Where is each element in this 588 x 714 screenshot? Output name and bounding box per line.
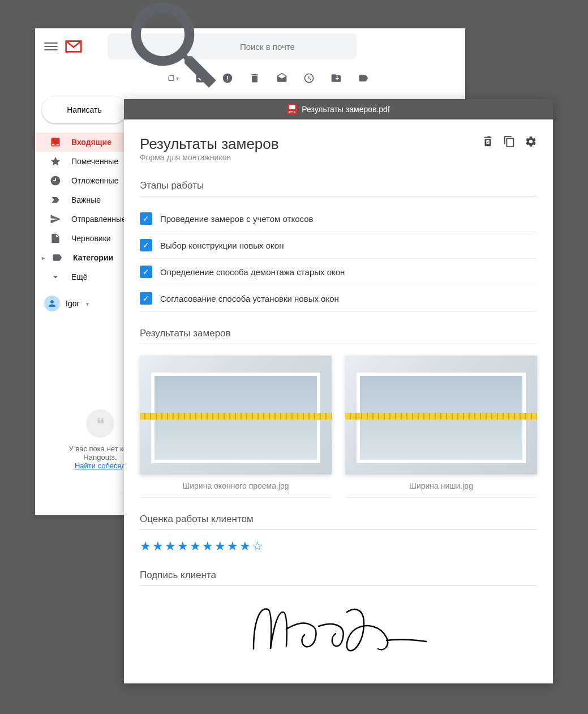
stage-text: Определение способа демонтажа старых око… [160,267,345,277]
spam-icon[interactable]: ! [222,72,233,84]
section-results-label: Результаты замеров [140,328,537,344]
star-filled-icon[interactable]: ★ [165,539,176,554]
signature [140,595,537,663]
image-item: Ширина оконного проема.jpg [140,356,332,498]
nav-label: Отправленные [71,215,126,224]
pdf-actions: ✕ [482,135,537,148]
section-stages-label: Этапы работы [140,180,537,196]
nav-label: Отложенные [71,176,118,185]
star-filled-icon[interactable]: ★ [140,539,151,554]
stage-row: ✓Выбор конструкции новых окон [140,232,537,259]
pdf-filename: Результаты замеров.pdf [302,105,390,114]
select-checkbox-icon[interactable]: ▾ [168,72,179,84]
star-empty-icon[interactable]: ☆ [252,539,263,554]
checkbox-checked-icon[interactable]: ✓ [140,266,152,278]
star-filled-icon[interactable]: ★ [152,539,164,554]
stage-row: ✓Определение способа демонтажа старых ок… [140,259,537,285]
section-rating-label: Оценка работы клиентом [140,514,537,530]
nav-label: Ещё [71,272,88,281]
stage-text: Согласование способа установки новых око… [160,294,339,303]
star-filled-icon[interactable]: ★ [227,539,238,554]
star-icon [50,156,61,167]
stage-text: Выбор конструкции новых окон [160,241,284,250]
draft-icon [50,233,61,244]
important-icon [50,194,61,206]
copy-icon[interactable] [503,135,516,148]
clock-icon [50,175,61,186]
nav-label: Важные [71,195,101,204]
search-icon [117,0,233,105]
svg-text:✕: ✕ [486,140,490,145]
image-item: Ширина ниши.jpg [345,356,537,498]
pdf-content: Результаты замеров Форма для монтажников… [124,119,553,683]
checkbox-checked-icon[interactable]: ✓ [140,239,152,251]
stage-row: ✓Согласование способа установки новых ок… [140,285,537,312]
stage-text: Проведение замеров с учетом откосов [160,214,314,224]
archive-icon[interactable] [195,72,206,84]
avatar-icon [44,296,60,311]
nav-label: Помеченные [71,157,118,166]
search-input[interactable] [240,42,347,52]
star-filled-icon[interactable]: ★ [177,539,188,554]
delete-icon[interactable] [249,72,260,84]
star-filled-icon[interactable]: ★ [190,539,201,554]
user-name: Igor [66,299,79,308]
send-icon [50,213,61,225]
caret-icon: ▸ [42,255,45,261]
tag-icon [51,252,63,263]
hangouts-icon: ❝ [86,409,114,438]
image-thumbnail[interactable] [140,356,332,474]
stage-row: ✓Проведение замеров с учетом откосов [140,206,537,232]
pdf-window: PDF Результаты замеров.pdf Результаты за… [124,99,553,683]
gmail-header [35,28,465,65]
images-row: Ширина оконного проема.jpg Ширина ниши.j… [140,356,537,498]
mark-read-icon[interactable] [276,72,287,84]
pdf-titlebar: PDF Результаты замеров.pdf [124,99,553,119]
move-icon[interactable] [331,72,342,84]
nav-label: Черновики [71,234,111,243]
hangouts-link[interactable]: Найти собесед [75,461,126,470]
delete-icon[interactable]: ✕ [482,135,494,148]
checkbox-checked-icon[interactable]: ✓ [140,212,152,225]
compose-button[interactable]: Написать [42,96,127,123]
chevron-down-icon [50,271,61,283]
gear-icon[interactable] [525,135,537,148]
menu-button[interactable] [44,40,58,53]
pdf-icon: PDF [287,104,297,114]
gmail-logo [65,40,83,53]
caret-icon: ▾ [86,301,89,307]
checkbox-checked-icon[interactable]: ✓ [140,292,152,305]
image-caption: Ширина оконного проема.jpg [140,481,332,498]
gmail-toolbar: ▾ ! [35,65,465,92]
search-box[interactable] [108,33,357,59]
image-caption: Ширина ниши.jpg [345,481,537,498]
nav-label: Категории [73,253,113,262]
inbox-icon [50,136,61,148]
star-filled-icon[interactable]: ★ [214,539,226,554]
star-filled-icon[interactable]: ★ [239,539,251,554]
pdf-title: Результаты замеров [140,135,279,153]
star-filled-icon[interactable]: ★ [202,539,213,554]
section-signature-label: Подпись клиента [140,570,537,586]
image-thumbnail[interactable] [345,356,537,474]
nav-label: Входящие [71,138,111,147]
label-icon[interactable] [358,72,369,84]
rating-stars[interactable]: ★ ★ ★ ★ ★ ★ ★ ★ ★ ☆ [140,539,537,554]
snooze-icon[interactable] [303,72,315,84]
svg-text:!: ! [226,74,229,82]
pdf-subtitle: Форма для монтажников [140,153,279,162]
